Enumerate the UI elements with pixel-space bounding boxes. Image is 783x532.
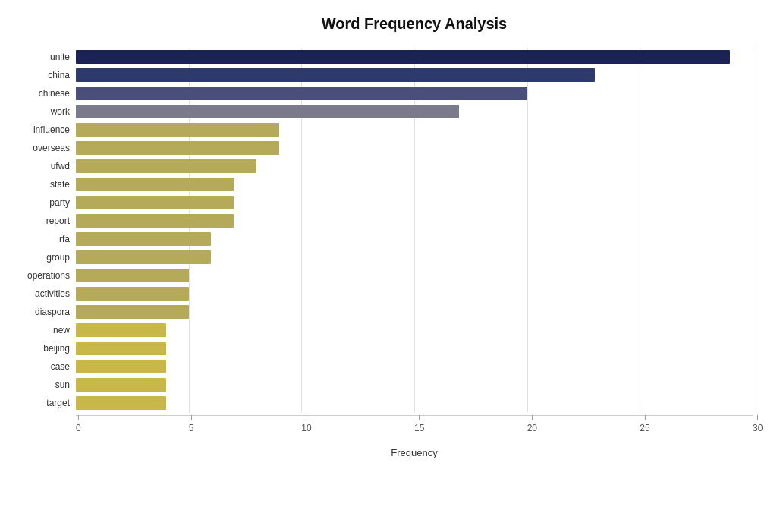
bar — [76, 105, 459, 118]
grid-line — [189, 48, 190, 412]
bar-label: group — [2, 252, 70, 263]
bar — [76, 232, 211, 246]
x-tick-label: 5 — [189, 423, 194, 433]
x-axis: 051015202530 — [76, 415, 753, 445]
bar-label: overseas — [2, 143, 70, 153]
grid-line — [527, 48, 528, 412]
bar-row: case — [76, 358, 753, 375]
bar — [76, 305, 189, 319]
bar-label: operations — [2, 270, 70, 281]
bar — [76, 159, 256, 173]
x-tick-line — [307, 415, 307, 420]
bar-label: sun — [2, 379, 70, 390]
bar — [76, 396, 166, 410]
bar-label: chinese — [2, 88, 70, 99]
bar — [76, 50, 730, 64]
bar-row: beijing — [76, 340, 753, 357]
bar-row: work — [76, 103, 753, 120]
bar — [76, 214, 234, 228]
bar — [76, 196, 234, 209]
bar-label: case — [2, 361, 70, 372]
bar-row: group — [76, 249, 753, 266]
grid-line — [640, 48, 640, 412]
bar-row: sun — [76, 376, 753, 393]
grid-line — [301, 48, 302, 412]
bar-row: state — [76, 176, 753, 193]
x-tick-label: 15 — [414, 423, 424, 433]
bar — [76, 378, 166, 392]
x-tick: 10 — [301, 415, 311, 433]
bar-row: rfa — [76, 231, 753, 247]
x-tick-line — [419, 415, 420, 420]
bar — [76, 87, 527, 100]
bar-row: china — [76, 67, 753, 83]
bar — [76, 287, 189, 301]
bar — [76, 269, 189, 282]
x-tick-line — [532, 415, 533, 420]
bar-row: chinese — [76, 85, 753, 102]
bar-row: target — [76, 395, 753, 411]
x-tick-label: 20 — [527, 423, 537, 433]
grid-line — [753, 48, 753, 412]
x-tick-line — [757, 415, 758, 420]
x-tick-label: 30 — [753, 423, 763, 433]
x-axis-title: Frequency — [76, 447, 753, 458]
bar — [76, 323, 166, 337]
x-tick: 5 — [189, 415, 194, 433]
grid-lines — [76, 48, 753, 412]
x-tick: 15 — [414, 415, 424, 433]
x-tick-line — [645, 415, 646, 420]
bar-label: party — [2, 197, 70, 208]
x-ticks: 051015202530 — [76, 415, 753, 445]
bar — [76, 250, 211, 264]
x-tick-line — [191, 415, 192, 420]
bar-label: china — [2, 70, 70, 80]
x-tick: 0 — [76, 415, 81, 433]
chart-area: unitechinachineseworkinfluenceoverseasuf… — [76, 48, 753, 458]
x-tick: 20 — [527, 415, 537, 433]
chart-title: Word Frequency Analysis — [76, 15, 753, 33]
bar-row: unite — [76, 49, 753, 65]
bar-row: diaspora — [76, 304, 753, 320]
bar-label: target — [2, 398, 70, 408]
x-tick-label: 25 — [640, 423, 649, 433]
bar-label: influence — [2, 124, 70, 135]
bar — [76, 141, 279, 155]
x-tick-line — [78, 415, 79, 420]
chart-container: Word Frequency Analysis unitechinachines… — [0, 0, 783, 532]
bar-label: diaspora — [2, 307, 70, 317]
bar-label: beijing — [2, 343, 70, 354]
bar — [76, 68, 595, 82]
bar-row: operations — [76, 267, 753, 284]
bar-label: report — [2, 216, 70, 226]
bar-row: overseas — [76, 140, 753, 156]
bar-label: unite — [2, 52, 70, 62]
bar-row: ufwd — [76, 158, 753, 175]
grid-line — [414, 48, 415, 412]
bar-label: state — [2, 179, 70, 190]
bar — [76, 342, 166, 355]
x-tick: 25 — [640, 415, 649, 433]
x-tick-label: 10 — [301, 423, 311, 433]
bar-row: influence — [76, 121, 753, 138]
x-tick-label: 0 — [76, 423, 81, 433]
bar-label: ufwd — [2, 161, 70, 172]
bar-label: rfa — [2, 234, 70, 244]
bar-row: report — [76, 212, 753, 229]
x-tick: 30 — [753, 415, 763, 433]
bar-label: work — [2, 106, 70, 117]
bar-row: party — [76, 194, 753, 211]
bar — [76, 178, 234, 191]
bars-wrapper: unitechinachineseworkinfluenceoverseasuf… — [76, 48, 753, 412]
bar — [76, 360, 166, 373]
bar-row: activities — [76, 285, 753, 302]
bar — [76, 123, 279, 137]
bar-label: activities — [2, 288, 70, 299]
bar-label: new — [2, 325, 70, 335]
bar-row: new — [76, 322, 753, 338]
